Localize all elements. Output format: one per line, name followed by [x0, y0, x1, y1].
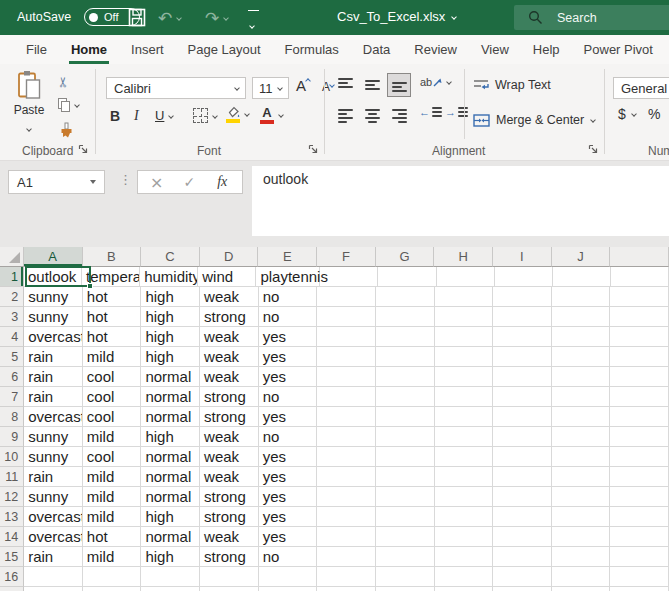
cell-I6[interactable]: [493, 367, 552, 387]
row-header-3[interactable]: 3: [0, 307, 24, 327]
save-button[interactable]: [127, 7, 147, 28]
column-header-a[interactable]: A: [24, 247, 83, 267]
cell-C17[interactable]: [141, 587, 200, 591]
cell-I15[interactable]: [493, 547, 552, 567]
merge-center-button[interactable]: Merge & Center: [473, 113, 595, 127]
cell-G12[interactable]: [376, 487, 435, 507]
cell-E10[interactable]: yes: [259, 447, 318, 467]
cell-B16[interactable]: [83, 567, 142, 587]
cell-G1[interactable]: [378, 267, 436, 287]
cell-A15[interactable]: rain: [24, 547, 83, 567]
cell-F6[interactable]: [317, 367, 376, 387]
cell-B17[interactable]: [83, 587, 142, 591]
tab-home[interactable]: Home: [59, 35, 119, 64]
cell-G14[interactable]: [376, 527, 435, 547]
cell-I8[interactable]: [493, 407, 552, 427]
cell-E3[interactable]: no: [259, 307, 318, 327]
row-header-14[interactable]: 14: [0, 527, 24, 547]
font-size-select[interactable]: 11: [252, 77, 289, 99]
cell-J15[interactable]: [552, 547, 611, 567]
cell-G11[interactable]: [376, 467, 435, 487]
cell-E16[interactable]: [259, 567, 318, 587]
redo-button[interactable]: ↷: [205, 8, 228, 28]
cell-A8[interactable]: overcast: [24, 407, 83, 427]
row-header-12[interactable]: 12: [0, 487, 24, 507]
cell-B8[interactable]: cool: [83, 407, 142, 427]
cell-D16[interactable]: [200, 567, 259, 587]
cell-D9[interactable]: weak: [200, 427, 259, 447]
cell-K5[interactable]: [610, 347, 669, 367]
cut-button[interactable]: ✂: [57, 74, 69, 90]
cell-D6[interactable]: weak: [200, 367, 259, 387]
tab-formulas[interactable]: Formulas: [273, 35, 351, 64]
cell-K1[interactable]: [611, 267, 669, 287]
row-header-7[interactable]: 7: [0, 387, 24, 407]
row-header-4[interactable]: 4: [0, 327, 24, 347]
tab-insert[interactable]: Insert: [119, 35, 176, 64]
increase-font-size-button[interactable]: A: [296, 77, 310, 94]
cell-J6[interactable]: [552, 367, 611, 387]
italic-button[interactable]: I: [134, 108, 139, 124]
cell-D2[interactable]: weak: [200, 287, 259, 307]
undo-button[interactable]: ↶: [158, 8, 181, 28]
top-align-button[interactable]: [333, 73, 357, 97]
document-title[interactable]: Csv_To_Excel.xlsx: [337, 9, 456, 24]
bottom-align-button[interactable]: [387, 73, 411, 97]
cell-F14[interactable]: [317, 527, 376, 547]
cell-E2[interactable]: no: [259, 287, 318, 307]
cell-J12[interactable]: [552, 487, 611, 507]
cell-A17[interactable]: [24, 587, 83, 591]
cell-I17[interactable]: [493, 587, 552, 591]
cell-A7[interactable]: rain: [24, 387, 83, 407]
cell-G5[interactable]: [376, 347, 435, 367]
decrease-indent-button[interactable]: ←: [419, 106, 442, 118]
cell-E9[interactable]: no: [259, 427, 318, 447]
row-header-15[interactable]: 15: [0, 547, 24, 567]
cell-B12[interactable]: mild: [83, 487, 142, 507]
cell-C11[interactable]: normal: [141, 467, 200, 487]
cell-K9[interactable]: [610, 427, 669, 447]
cell-A3[interactable]: sunny: [24, 307, 83, 327]
cell-D1[interactable]: wind: [198, 267, 256, 287]
cell-H12[interactable]: [435, 487, 494, 507]
cell-J8[interactable]: [552, 407, 611, 427]
cell-J4[interactable]: [552, 327, 611, 347]
cell-H4[interactable]: [435, 327, 494, 347]
cell-A11[interactable]: rain: [24, 467, 83, 487]
cell-H10[interactable]: [435, 447, 494, 467]
cell-K3[interactable]: [610, 307, 669, 327]
row-header-1[interactable]: 1: [0, 267, 24, 287]
cell-G9[interactable]: [376, 427, 435, 447]
cell-K7[interactable]: [610, 387, 669, 407]
cell-D11[interactable]: weak: [200, 467, 259, 487]
cell-E6[interactable]: yes: [259, 367, 318, 387]
formula-input[interactable]: outlook: [252, 166, 669, 236]
enter-icon[interactable]: ✓: [183, 174, 195, 190]
cell-I14[interactable]: [493, 527, 552, 547]
cell-K2[interactable]: [610, 287, 669, 307]
row-header-17[interactable]: [0, 587, 24, 591]
tab-data[interactable]: Data: [351, 35, 402, 64]
cell-G10[interactable]: [376, 447, 435, 467]
name-box[interactable]: A1: [8, 170, 105, 194]
cell-G6[interactable]: [376, 367, 435, 387]
cell-C7[interactable]: normal: [141, 387, 200, 407]
cell-F2[interactable]: [317, 287, 376, 307]
insert-function-icon[interactable]: fx: [217, 174, 227, 190]
cell-J10[interactable]: [552, 447, 611, 467]
cell-F12[interactable]: [317, 487, 376, 507]
cell-I12[interactable]: [493, 487, 552, 507]
row-header-16[interactable]: 16: [0, 567, 24, 587]
font-dialog-launcher-icon[interactable]: [308, 144, 319, 155]
alignment-dialog-launcher-icon[interactable]: [588, 144, 599, 155]
cell-K13[interactable]: [610, 507, 669, 527]
row-header-11[interactable]: 11: [0, 467, 24, 487]
cell-K15[interactable]: [610, 547, 669, 567]
column-header-f[interactable]: F: [317, 247, 376, 267]
cell-I13[interactable]: [493, 507, 552, 527]
cell-C4[interactable]: high: [141, 327, 200, 347]
align-center-button[interactable]: [360, 104, 384, 128]
tab-file[interactable]: File: [14, 35, 59, 64]
row-header-2[interactable]: 2: [0, 287, 24, 307]
customize-quick-access-button[interactable]: [248, 10, 259, 32]
